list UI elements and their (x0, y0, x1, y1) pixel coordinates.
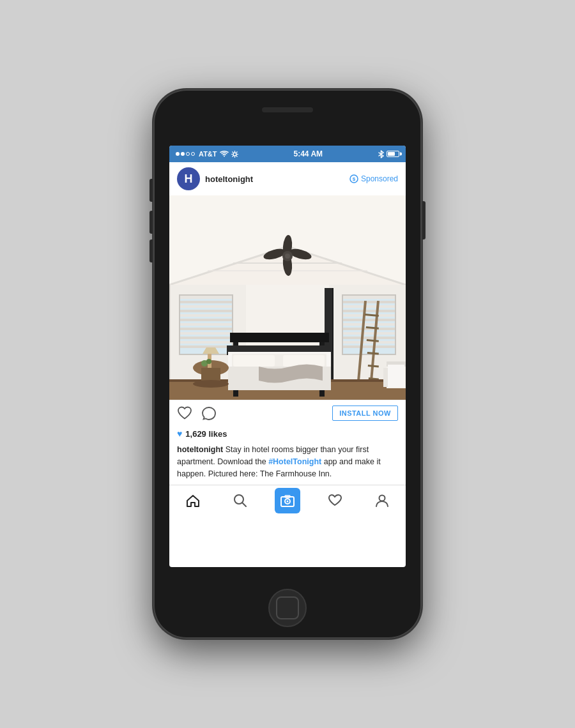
svg-rect-53 (343, 310, 395, 312)
svg-point-91 (206, 359, 211, 364)
signal-dot-3 (186, 152, 190, 156)
avatar-letter: H (185, 172, 193, 186)
post-actions-bar: INSTALL NOW (169, 400, 406, 426)
bottom-navigation (169, 485, 406, 515)
svg-rect-51 (343, 301, 395, 303)
signal-dots (176, 152, 195, 156)
like-comment-actions (177, 406, 217, 421)
svg-rect-33 (180, 296, 232, 299)
profile-icon (375, 494, 389, 508)
nav-profile-button[interactable] (369, 488, 395, 513)
svg-rect-55 (343, 319, 395, 321)
svg-line-6 (236, 156, 238, 157)
sponsored-text: Sponsored (361, 174, 398, 183)
svg-rect-52 (343, 305, 395, 308)
activity-heart-icon (328, 494, 342, 508)
svg-line-8 (236, 151, 238, 153)
comment-icon (202, 406, 216, 420)
likes-section: ♥ 1,629 likes (169, 426, 406, 441)
svg-rect-49 (342, 354, 396, 355)
svg-rect-59 (343, 337, 395, 339)
nav-home-button[interactable] (180, 488, 206, 513)
svg-point-23 (285, 254, 290, 259)
svg-point-87 (193, 380, 229, 388)
nav-camera-button[interactable] (275, 488, 300, 513)
home-button[interactable] (268, 589, 307, 627)
signal-dot-4 (191, 152, 195, 156)
svg-rect-48 (395, 294, 396, 355)
svg-rect-50 (343, 296, 395, 299)
home-icon (186, 494, 200, 508)
bedroom-illustration (169, 195, 406, 400)
status-right (378, 150, 399, 158)
svg-rect-56 (343, 323, 395, 326)
svg-rect-95 (388, 365, 404, 387)
home-button-inner (276, 596, 299, 619)
svg-rect-43 (180, 341, 232, 344)
battery-icon (387, 151, 399, 157)
heart-filled-icon: ♥ (177, 428, 182, 439)
status-left: AT&T (176, 150, 238, 158)
caption-username[interactable]: hoteltonight (177, 445, 223, 454)
svg-point-102 (379, 495, 385, 501)
phone-screen: AT&T (169, 146, 406, 567)
svg-rect-47 (342, 294, 343, 355)
avatar[interactable]: H (177, 167, 200, 190)
camera-icon (280, 494, 295, 508)
signal-dot-2 (181, 152, 185, 156)
svg-rect-34 (180, 301, 232, 303)
like-button[interactable] (177, 406, 192, 421)
signal-dot-1 (176, 152, 180, 156)
sponsored-icon: $ (349, 174, 358, 183)
phone-top-area (153, 107, 422, 119)
svg-rect-40 (180, 328, 232, 330)
instagram-feed: H hoteltonight $ Sponsored (169, 162, 406, 515)
svg-rect-58 (343, 332, 395, 335)
phone-device: AT&T (153, 89, 422, 639)
svg-rect-78 (230, 333, 329, 342)
post-header[interactable]: H hoteltonight $ Sponsored (169, 162, 406, 195)
heart-outline-icon (177, 406, 192, 420)
svg-point-0 (233, 153, 236, 156)
svg-text:$: $ (353, 176, 356, 182)
post-image (169, 195, 406, 400)
bluetooth-icon (378, 150, 384, 158)
svg-line-97 (242, 503, 246, 506)
svg-rect-39 (180, 323, 232, 326)
svg-rect-41 (180, 332, 232, 335)
install-now-button[interactable]: INSTALL NOW (332, 406, 398, 421)
svg-rect-82 (233, 355, 275, 367)
svg-line-7 (232, 156, 233, 157)
carrier-label: AT&T (199, 150, 217, 158)
nav-activity-button[interactable] (322, 488, 348, 513)
time-display: 5:44 AM (293, 149, 323, 158)
svg-rect-36 (180, 310, 232, 312)
caption-hashtag[interactable]: #HotelTonight (268, 457, 321, 466)
comment-button[interactable] (201, 406, 217, 421)
svg-rect-60 (343, 341, 395, 344)
svg-rect-37 (180, 314, 232, 317)
brightness-icon (231, 151, 238, 158)
user-info[interactable]: H hoteltonight (177, 167, 253, 190)
likes-count: 1,629 likes (185, 429, 227, 439)
svg-rect-35 (180, 305, 232, 308)
svg-line-5 (232, 151, 233, 153)
svg-rect-61 (343, 345, 395, 348)
svg-rect-44 (180, 345, 232, 348)
search-icon (233, 494, 247, 508)
sponsored-label: $ Sponsored (349, 174, 398, 183)
svg-rect-30 (179, 294, 180, 355)
svg-rect-38 (180, 319, 232, 321)
username-label[interactable]: hoteltonight (205, 174, 253, 184)
status-bar: AT&T (169, 146, 406, 162)
svg-point-100 (287, 500, 289, 502)
post-caption: hoteltonight Stay in hotel rooms bigger … (169, 441, 406, 485)
svg-rect-42 (180, 337, 232, 339)
svg-rect-32 (179, 354, 233, 355)
wifi-icon (220, 151, 229, 158)
speaker-grille (262, 107, 313, 112)
nav-search-button[interactable] (227, 488, 253, 513)
